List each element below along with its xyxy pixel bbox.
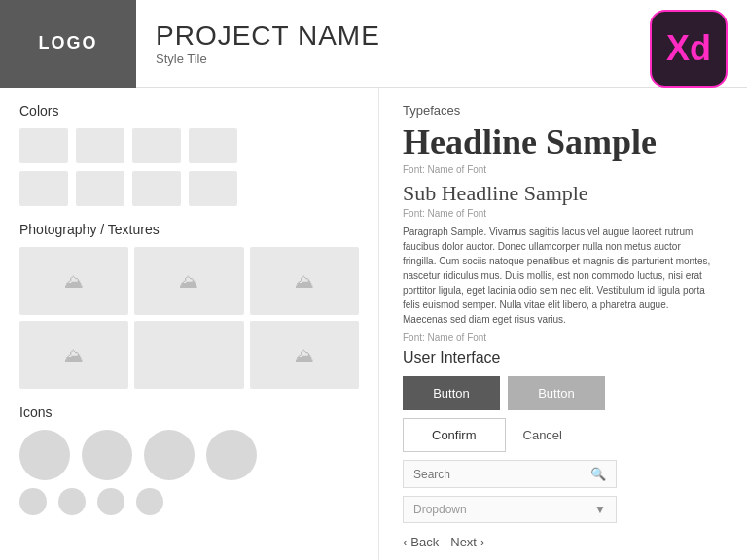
icon-circle-small — [136, 488, 163, 515]
photo-placeholder: ⛰ — [134, 247, 243, 315]
color-swatch — [132, 171, 181, 206]
headline-font-label: Font: Name of Font — [403, 164, 724, 175]
icon-circle-large — [19, 430, 70, 480]
ui-section-title: User Interface — [403, 349, 724, 367]
photo-placeholder: ⛰ — [19, 321, 128, 389]
search-field[interactable]: 🔍 — [403, 460, 617, 488]
photo-placeholder: ⛰ — [250, 247, 359, 315]
back-button[interactable]: ‹ Back — [403, 535, 439, 549]
image-icon: ⛰ — [64, 270, 84, 293]
icon-circle-large — [82, 430, 132, 480]
photography-title: Photography / Textures — [19, 222, 359, 237]
icon-circle-large — [144, 430, 195, 480]
project-name: PROJECT NAME — [156, 20, 380, 52]
dropdown-label: Dropdown — [413, 503, 594, 516]
image-icon: ⛰ — [179, 270, 198, 293]
right-panel: Typefaces Headline Sample Font: Name of … — [379, 88, 747, 560]
button-row-2: Confirm Cancel — [403, 418, 724, 452]
color-row-1 — [19, 128, 359, 163]
header: LOGO PROJECT NAME Style Tile Xd — [0, 0, 747, 88]
icons-section: Icons — [19, 404, 359, 515]
image-icon: ⛰ — [64, 344, 84, 367]
confirm-button[interactable]: Confirm — [403, 418, 506, 452]
color-swatch — [76, 171, 124, 206]
chevron-left-icon: ‹ — [403, 535, 407, 549]
secondary-button[interactable]: Button — [508, 376, 605, 410]
next-label: Next — [450, 535, 477, 549]
xd-badge: Xd — [650, 10, 728, 88]
icons-title: Icons — [19, 404, 359, 420]
chevron-down-icon: ▼ — [594, 503, 606, 516]
color-swatch — [19, 128, 68, 163]
photo-placeholder: ⛰ — [19, 247, 128, 315]
paragraph-sample: Paragraph Sample. Vivamus sagittis lacus… — [403, 225, 714, 327]
sub-headline-sample: Sub Headline Sample — [403, 181, 724, 206]
dropdown-field[interactable]: Dropdown ▼ — [403, 496, 617, 523]
icon-circle-small — [19, 488, 47, 515]
headline-sample: Headline Sample — [403, 122, 724, 162]
button-row-1: Button Button — [403, 376, 724, 410]
logo-box: LOGO — [0, 0, 136, 88]
color-row-2 — [19, 171, 359, 206]
chevron-right-icon: › — [480, 535, 484, 549]
color-swatch — [189, 128, 237, 163]
navigation-row: ‹ Back Next › — [403, 535, 724, 549]
color-swatch — [19, 171, 68, 206]
color-swatch — [132, 128, 181, 163]
typefaces-title: Typefaces — [403, 103, 724, 118]
photography-section: Photography / Textures ⛰ ⛰ ⛰ ⛰ ⛰ — [19, 222, 359, 389]
xd-icon-label: Xd — [666, 28, 711, 69]
search-input[interactable] — [413, 468, 590, 481]
left-panel: Colors Photography / Textures ⛰ ⛰ — [0, 88, 379, 560]
sub-font-label: Font: Name of Font — [403, 208, 724, 219]
icon-circle-large — [206, 430, 257, 480]
logo-label: LOGO — [39, 33, 98, 53]
project-info: PROJECT NAME Style Tile — [136, 20, 400, 66]
icon-row-large — [19, 430, 359, 480]
photo-grid: ⛰ ⛰ ⛰ ⛰ ⛰ — [19, 247, 359, 389]
next-button[interactable]: Next › — [450, 535, 484, 549]
icon-circle-small — [58, 488, 86, 515]
icon-circle-small — [97, 488, 124, 515]
photo-placeholder: ⛰ — [250, 321, 359, 389]
main-content: Colors Photography / Textures ⛰ ⛰ — [0, 88, 747, 560]
subtitle: Style Tile — [156, 52, 380, 66]
primary-button[interactable]: Button — [403, 376, 500, 410]
image-icon: ⛰ — [295, 344, 314, 367]
back-label: Back — [410, 535, 439, 549]
cancel-button[interactable]: Cancel — [514, 418, 572, 452]
photo-placeholder — [134, 321, 243, 389]
color-swatch — [76, 128, 124, 163]
search-icon: 🔍 — [590, 467, 606, 481]
para-font-label: Font: Name of Font — [403, 332, 724, 343]
color-swatch — [189, 171, 237, 206]
icon-row-small — [19, 488, 359, 515]
colors-title: Colors — [19, 103, 359, 119]
image-icon: ⛰ — [295, 270, 314, 293]
